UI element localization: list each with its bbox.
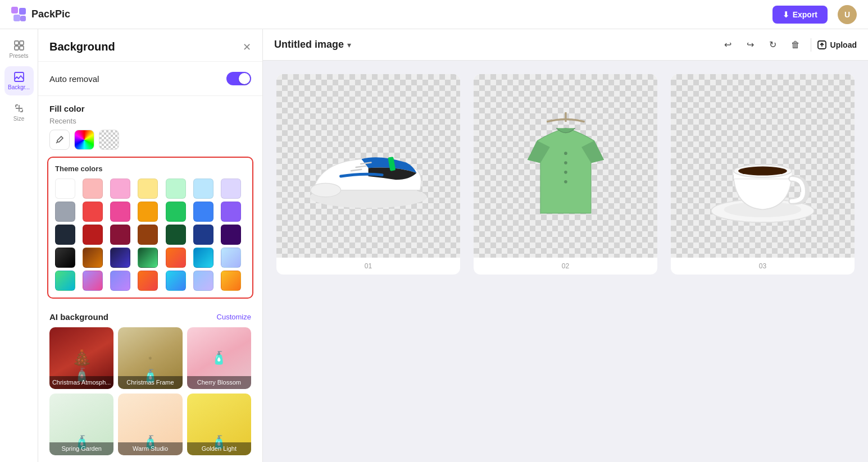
color-swatch-pink[interactable] (110, 202, 130, 222)
auto-removal-label: Auto removal (49, 74, 99, 84)
color-swatch-green-grad[interactable] (138, 248, 158, 268)
avatar[interactable]: U (838, 5, 857, 24)
auto-removal-row: Auto removal (38, 64, 262, 93)
color-swatch-red[interactable] (83, 202, 103, 222)
panel-header: Background ✕ (38, 29, 262, 59)
app-header: PackPic ⬇ Export U (0, 0, 868, 29)
app-name: PackPic (31, 8, 70, 20)
canvas-toolbar: Untitled image ▾ ↩ ↪ ↻ 🗑 Upload (263, 29, 868, 61)
redo-button[interactable]: ↪ (741, 35, 760, 54)
size-icon (13, 103, 25, 114)
eyedropper-tool[interactable] (49, 130, 70, 150)
color-swatch-green[interactable] (166, 202, 186, 222)
color-swatch-dark-blue[interactable] (193, 225, 213, 245)
refresh-button[interactable]: ↻ (764, 35, 783, 54)
toolbar-actions: ↩ ↪ ↻ 🗑 Upload (719, 35, 857, 54)
ai-bg-item-row2-1[interactable]: 🧴 Spring Garden (49, 394, 113, 455)
color-swatch-ocean-grad[interactable] (166, 271, 186, 291)
color-swatch-gold-grad[interactable] (83, 248, 103, 268)
image-card-03[interactable]: 03 (671, 74, 855, 275)
ai-bg-label-row2-1: Spring Garden (49, 442, 113, 455)
svg-rect-5 (20, 41, 24, 45)
color-swatch-orange-grad[interactable] (166, 248, 186, 268)
svg-point-16 (564, 171, 567, 174)
svg-point-12 (310, 183, 340, 197)
color-grid (55, 179, 246, 291)
color-swatch-light-pink[interactable] (110, 179, 130, 199)
svg-rect-3 (20, 16, 26, 21)
color-swatch-light-red[interactable] (83, 179, 103, 199)
ai-bg-label-cherry-blossom: Cherry Blossom (187, 376, 251, 389)
transparent-tool[interactable] (99, 130, 119, 150)
sidebar-item-background[interactable]: Backgr... (4, 66, 34, 95)
sidebar-item-presets[interactable]: Presets (4, 35, 34, 64)
color-swatch-navy-grad[interactable] (110, 248, 130, 268)
upload-icon (817, 40, 827, 50)
color-swatch-fire-grad[interactable] (138, 271, 158, 291)
sneaker-image (299, 97, 437, 235)
canvas-title: Untitled image (274, 39, 344, 51)
title-chevron-down-icon[interactable]: ▾ (347, 40, 351, 49)
upload-label: Upload (830, 40, 857, 49)
image-canvas-01 (276, 74, 460, 258)
image-canvas-02 (474, 74, 657, 258)
color-swatch-light-blue[interactable] (193, 179, 213, 199)
color-picker-tool[interactable] (74, 130, 94, 150)
image-label-01: 01 (360, 258, 376, 275)
sidebar-item-size[interactable]: Size (4, 98, 34, 127)
color-swatch-gray[interactable] (55, 202, 75, 222)
canvas-area: Untitled image ▾ ↩ ↪ ↻ 🗑 Upload (263, 29, 868, 462)
color-swatch-brown[interactable] (138, 225, 158, 245)
close-button[interactable]: ✕ (243, 41, 251, 53)
color-swatch-light-purple[interactable] (221, 179, 241, 199)
undo-button[interactable]: ↩ (719, 35, 738, 54)
color-swatch-blue[interactable] (193, 202, 213, 222)
svg-rect-6 (15, 46, 19, 50)
ai-background-grid: 🎄 🧴 Christmas Atmosph... ❄ 🧴 Christmas F… (38, 327, 262, 461)
color-swatch-light-green[interactable] (166, 179, 186, 199)
image-label-03: 03 (755, 258, 771, 275)
color-swatch-light-yellow[interactable] (138, 179, 158, 199)
color-swatch-white[interactable] (55, 179, 75, 199)
ai-bg-label-row2-3: Golden Light (187, 442, 251, 455)
color-swatch-purple[interactable] (221, 202, 241, 222)
color-swatch-amber[interactable] (138, 202, 158, 222)
ai-bg-item-christmas-frame[interactable]: ❄ 🧴 Christmas Frame (118, 327, 182, 389)
color-swatch-dark-purple[interactable] (221, 225, 241, 245)
delete-button[interactable]: 🗑 (786, 35, 805, 54)
color-swatch-dark-gray[interactable] (55, 225, 75, 245)
ai-bg-label-christmas-frame: Christmas Frame (118, 376, 182, 389)
auto-removal-toggle[interactable] (226, 72, 251, 85)
color-swatch-indigo-grad[interactable] (110, 271, 130, 291)
ai-bg-item-row2-3[interactable]: 🧴 Golden Light (187, 394, 251, 455)
background-label: Backgr... (8, 84, 30, 90)
color-swatch-dark-green[interactable] (166, 225, 186, 245)
ai-bg-item-row2-2[interactable]: 🧴 Warm Studio (118, 394, 182, 455)
color-swatch-dark-red[interactable] (83, 225, 103, 245)
svg-rect-7 (20, 46, 24, 50)
customize-link[interactable]: Customize (217, 313, 251, 321)
left-panel: Background ✕ Auto removal Fill color Rec… (38, 29, 263, 462)
color-swatch-sunset-grad[interactable] (221, 271, 241, 291)
logo-icon (11, 7, 27, 22)
ai-bg-item-christmas-atm[interactable]: 🎄 🧴 Christmas Atmosph... (49, 327, 113, 389)
export-button[interactable]: ⬇ Export (772, 6, 828, 24)
image-card-02[interactable]: 02 (474, 74, 657, 275)
recents-label: Recents (38, 117, 262, 130)
ai-background-header: AI background Customize (38, 308, 262, 327)
image-card-01[interactable]: 01 (276, 74, 460, 275)
toolbar-divider (811, 38, 811, 52)
color-swatch-soft-blue-grad[interactable] (193, 271, 213, 291)
ai-bg-item-cherry-blossom[interactable]: 🧴 Cherry Blossom (187, 327, 251, 389)
upload-button[interactable]: Upload (817, 40, 857, 50)
svg-point-14 (564, 152, 567, 155)
color-swatch-dark-pink[interactable] (110, 225, 130, 245)
image-grid: 01 (263, 61, 868, 462)
color-swatch-black-grad[interactable] (55, 248, 75, 268)
color-swatch-sky-grad[interactable] (221, 248, 241, 268)
main-layout: Presets Backgr... Size Background ✕ Auto… (0, 29, 868, 462)
color-swatch-cyan-grad[interactable] (193, 248, 213, 268)
fill-color-title: Fill color (38, 98, 262, 117)
color-swatch-violet-grad[interactable] (83, 271, 103, 291)
color-swatch-teal-grad2[interactable] (55, 271, 75, 291)
